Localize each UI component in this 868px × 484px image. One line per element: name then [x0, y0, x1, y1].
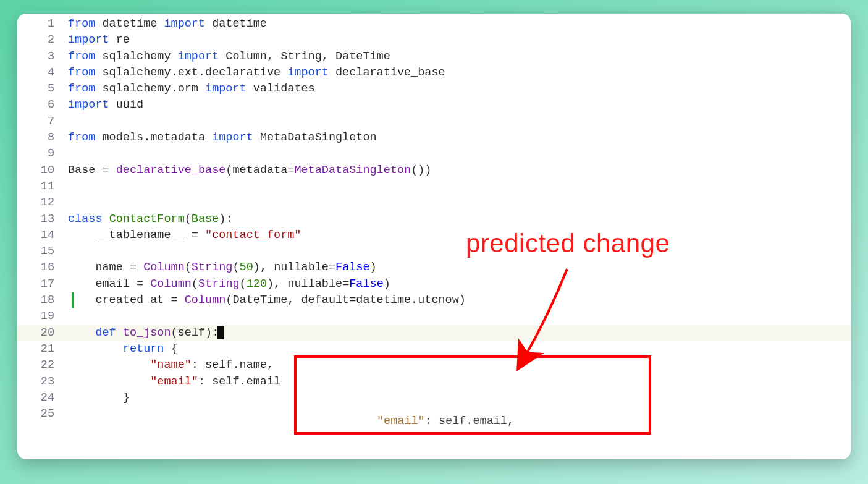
- code-line[interactable]: 15: [17, 244, 851, 260]
- code-text[interactable]: __tablename__ = "contact_form": [68, 227, 851, 244]
- code-line[interactable]: 5from sqlalchemy.orm import validates: [17, 81, 851, 97]
- code-line[interactable]: 10Base = declarative_base(metadata=MetaD…: [17, 163, 851, 179]
- line-number: 11: [17, 179, 68, 195]
- line-number: 2: [17, 32, 68, 48]
- code-editor[interactable]: 1from datetime import datetime2import re…: [17, 14, 851, 459]
- text-cursor: [217, 326, 224, 339]
- line-number: 21: [17, 341, 68, 357]
- suggestion-line-1: "email": self.email,: [297, 414, 652, 430]
- code-line[interactable]: 16 name = Column(String(50), nullable=Fa…: [17, 260, 851, 276]
- code-text[interactable]: created_at = Column(DateTime, default=da…: [68, 292, 851, 308]
- line-number: 10: [17, 163, 68, 179]
- code-line[interactable]: 19: [17, 308, 851, 325]
- code-line[interactable]: 12: [17, 195, 851, 211]
- code-text[interactable]: name = Column(String(50), nullable=False…: [68, 260, 851, 276]
- line-number: 8: [17, 130, 68, 146]
- code-line[interactable]: 14 __tablename__ = "contact_form": [17, 227, 851, 244]
- line-number: 9: [17, 146, 68, 162]
- line-number: 1: [17, 16, 68, 32]
- line-number: 19: [17, 308, 68, 325]
- line-number: 12: [17, 195, 68, 211]
- line-number: 6: [17, 97, 68, 113]
- code-line[interactable]: 2import re: [17, 32, 851, 48]
- modified-marker: [72, 292, 74, 308]
- line-number: 5: [17, 81, 68, 97]
- code-text[interactable]: import re: [68, 32, 851, 48]
- code-line[interactable]: 13class ContactForm(Base):: [17, 211, 851, 227]
- code-text[interactable]: def to_json(self):: [68, 325, 851, 341]
- line-number: 23: [17, 374, 68, 390]
- code-line[interactable]: 1from datetime import datetime: [17, 16, 851, 32]
- code-text[interactable]: email = Column(String(120), nullable=Fal…: [68, 276, 851, 292]
- line-number: 4: [17, 65, 68, 81]
- code-line[interactable]: 7: [17, 114, 851, 130]
- inline-suggestion-popup: "email": self.email, "created_at": self.…: [297, 370, 652, 450]
- code-text[interactable]: from models.metadata import MetaDataSing…: [68, 130, 851, 146]
- code-line[interactable]: 11: [17, 179, 851, 195]
- annotation-label: predicted change: [466, 229, 670, 258]
- code-line[interactable]: 6import uuid: [17, 97, 851, 113]
- code-text[interactable]: import uuid: [68, 97, 851, 113]
- code-line[interactable]: 4from sqlalchemy.ext.declarative import …: [17, 65, 851, 81]
- code-text[interactable]: from sqlalchemy import Column, String, D…: [68, 49, 851, 65]
- line-number: 13: [17, 211, 68, 227]
- line-number: 20: [17, 325, 68, 341]
- code-line[interactable]: 20 def to_json(self):: [17, 325, 851, 341]
- line-number: 24: [17, 390, 68, 406]
- line-number: 7: [17, 114, 68, 130]
- line-number: 18: [17, 292, 68, 308]
- code-line[interactable]: 9: [17, 146, 851, 162]
- code-text[interactable]: from datetime import datetime: [68, 16, 851, 32]
- line-number: 3: [17, 49, 68, 65]
- code-line[interactable]: 3from sqlalchemy import Column, String, …: [17, 49, 851, 65]
- line-number: 15: [17, 244, 68, 260]
- line-number: 25: [17, 406, 68, 422]
- code-line[interactable]: 8from models.metadata import MetaDataSin…: [17, 130, 851, 146]
- code-line[interactable]: 18 created_at = Column(DateTime, default…: [17, 292, 851, 308]
- code-line[interactable]: 17 email = Column(String(120), nullable=…: [17, 276, 851, 292]
- code-text[interactable]: from sqlalchemy.ext.declarative import d…: [68, 65, 851, 81]
- line-number: 16: [17, 260, 68, 276]
- line-number: 22: [17, 357, 68, 373]
- code-line[interactable]: 21 return {: [17, 341, 851, 357]
- code-text[interactable]: Base = declarative_base(metadata=MetaDat…: [68, 163, 851, 179]
- code-text[interactable]: class ContactForm(Base):: [68, 211, 851, 227]
- line-number: 17: [17, 276, 68, 292]
- code-text[interactable]: return {: [68, 341, 851, 357]
- line-number: 14: [17, 227, 68, 244]
- code-text[interactable]: from sqlalchemy.orm import validates: [68, 81, 851, 97]
- code-area[interactable]: 1from datetime import datetime2import re…: [17, 16, 851, 422]
